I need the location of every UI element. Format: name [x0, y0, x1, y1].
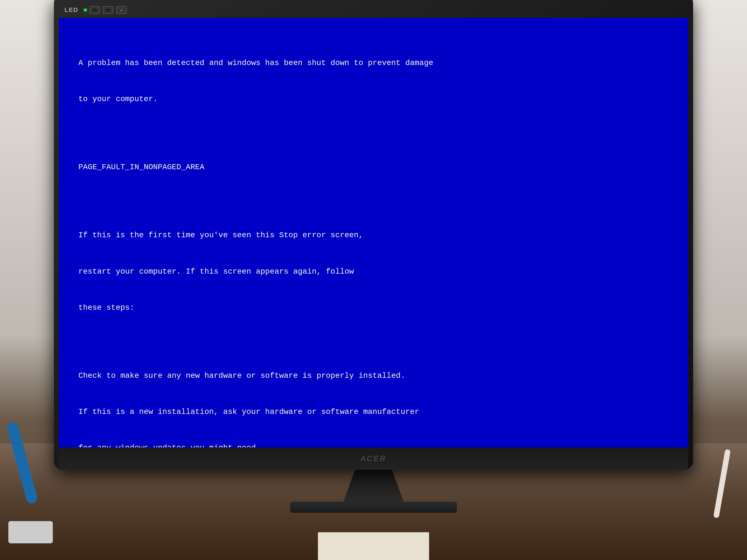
monitor-stand: [343, 470, 404, 503]
bsod-screen: A problem has been detected and windows …: [59, 18, 688, 448]
monitor-base: [290, 502, 457, 513]
bsod-spacer-1: [78, 129, 669, 137]
paper-sheet: [318, 532, 429, 560]
monitor: LED ✓ A problem has been detected and wi…: [54, 0, 693, 470]
bsod-content: A problem has been detected and windows …: [78, 33, 669, 448]
monitor-button-1[interactable]: [89, 6, 100, 14]
monitor-bezel-bottom: ACER: [59, 448, 688, 470]
bsod-line-12: for any windows updates you might need.: [78, 442, 669, 448]
bsod-spacer-3: [78, 338, 669, 346]
monitor-top-bar: LED ✓: [59, 2, 688, 18]
bsod-line-8: these steps:: [78, 302, 669, 314]
monitor-led-label: LED: [65, 6, 78, 14]
remote-control: [8, 521, 53, 543]
bsod-line-4: PAGE_FAULT_IN_NONPAGED_AREA: [78, 161, 669, 173]
bsod-line-10: Check to make sure any new hardware or s…: [78, 370, 669, 382]
bsod-spacer-2: [78, 197, 669, 205]
bsod-line-2: to your computer.: [78, 93, 669, 105]
bsod-line-7: restart your computer. If this screen ap…: [78, 266, 669, 277]
acer-logo: ACER: [360, 454, 387, 463]
monitor-button-2[interactable]: [103, 6, 113, 14]
bsod-line-6: If this is the first time you've seen th…: [78, 229, 669, 241]
led-indicator: [84, 9, 87, 11]
bsod-line-11: If this is a new installation, ask your …: [78, 406, 669, 418]
bsod-line-1: A problem has been detected and windows …: [78, 57, 669, 69]
monitor-button-3[interactable]: ✓: [116, 6, 127, 14]
